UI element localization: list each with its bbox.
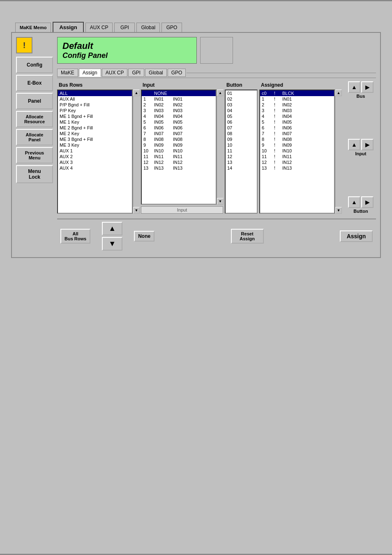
list-item[interactable]: 8 ! IN08 [260, 136, 334, 142]
list-item[interactable]: 11 IN11 IN11 [142, 154, 216, 159]
tab-make-memo[interactable]: MaKE Memo [15, 23, 51, 32]
list-item[interactable]: 09 [226, 136, 257, 142]
list-item[interactable]: 13 IN13 IN13 [142, 165, 216, 171]
tab-assign-top[interactable]: Assign [53, 22, 83, 32]
input-right-button[interactable]: ▶ [361, 139, 374, 150]
assigned-scrollbar[interactable]: ▲ ▼ [335, 90, 341, 214]
list-item[interactable]: 7 ! IN07 [260, 131, 334, 136]
list-item[interactable]: 2 ! IN02 [260, 102, 334, 108]
list-item[interactable]: ME 1 Key [58, 119, 132, 125]
reset-assign-button[interactable]: Reset Assign [231, 229, 264, 244]
list-item[interactable]: AUX All [58, 96, 132, 102]
list-item[interactable]: NONE [142, 90, 216, 96]
list-item[interactable]: 04 [226, 108, 257, 113]
list-item[interactable]: 11 ! IN11 [260, 154, 334, 159]
sub-tab-gpo[interactable]: GPO [168, 69, 186, 77]
list-item[interactable]: AUX 4 [58, 165, 132, 171]
list-item[interactable]: 13 ! IN13 [260, 165, 334, 171]
assign-button[interactable]: Assign [340, 230, 373, 242]
list-item[interactable]: 03 [226, 102, 257, 108]
list-item[interactable]: 05 [226, 113, 257, 119]
allocate-panel-button[interactable]: Allocate Panel [16, 129, 53, 145]
up-arrow-button[interactable]: ▲ [102, 222, 122, 235]
all-bus-rows-button[interactable]: All Bus Rows [60, 229, 90, 244]
input-scrollbar[interactable]: ▲ ▼ [217, 90, 223, 205]
list-item[interactable]: 5 IN05 IN05 [142, 119, 216, 125]
sub-tab-gpi[interactable]: GPI [128, 69, 144, 77]
scroll-down-arrow[interactable]: ▼ [335, 207, 342, 214]
list-item[interactable]: 4 ! IN04 [260, 113, 334, 119]
list-item[interactable]: P/P Key [58, 108, 132, 113]
button-up-button[interactable]: ▲ [348, 196, 360, 208]
bus-up-button[interactable]: ▲ [348, 81, 360, 93]
ebox-button[interactable]: E-Box [16, 75, 53, 91]
tab-global-top[interactable]: Global [136, 23, 160, 32]
list-item[interactable]: ME 2 Key [58, 131, 132, 136]
list-item[interactable]: ME 3 Bgnd + Fill [58, 136, 132, 142]
assigned-list[interactable]: c0 ! BLCK 1 ! IN01 2 ! [259, 90, 335, 214]
sub-tab-global[interactable]: Global [145, 69, 167, 77]
list-item[interactable]: 01 [226, 90, 257, 96]
list-item[interactable]: 14 [226, 165, 257, 171]
button-right-button[interactable]: ▶ [361, 196, 374, 208]
list-item[interactable]: 06 [226, 119, 257, 125]
panel-button[interactable]: Panel [16, 93, 53, 109]
input-up-button[interactable]: ▲ [348, 139, 360, 150]
list-item[interactable]: 5 ! IN05 [260, 119, 334, 125]
list-item[interactable]: 12 [226, 154, 257, 159]
button-list[interactable]: 01 02 03 04 05 06 07 08 09 10 11 12 13 1… [225, 90, 258, 214]
list-item[interactable]: 10 [226, 142, 257, 148]
list-item[interactable]: ME 1 Bgnd + Fill [58, 113, 132, 119]
list-item[interactable]: P/P Bgnd + Fill [58, 102, 132, 108]
list-item[interactable]: ME 3 Key [58, 142, 132, 148]
list-item[interactable]: 10 ! IN10 [260, 148, 334, 154]
list-item[interactable]: 6 ! IN06 [260, 125, 334, 131]
list-item[interactable]: 1 ! IN01 [260, 96, 334, 102]
tab-gpo-top[interactable]: GPO [161, 23, 182, 32]
tab-aux-cp-top[interactable]: AUX CP [85, 23, 113, 32]
list-item[interactable]: 8 IN08 IN08 [142, 136, 216, 142]
list-item[interactable]: c0 ! BLCK [260, 90, 334, 96]
sub-tab-make[interactable]: MaKE [57, 69, 78, 77]
list-item[interactable]: AUX 1 [58, 148, 132, 154]
list-item[interactable]: AUX 3 [58, 159, 132, 165]
list-item[interactable]: ALL [58, 90, 132, 96]
input-list[interactable]: NONE 1 IN01 IN01 2 IN02 IN0 [141, 90, 217, 205]
allocate-resource-button[interactable]: Allocate Resource [16, 111, 53, 127]
list-item[interactable]: AUX 2 [58, 154, 132, 159]
list-item[interactable]: ME 2 Bgnd + Fill [58, 125, 132, 131]
list-item[interactable]: 4 IN04 IN04 [142, 113, 216, 119]
sub-tab-assign[interactable]: Assign [79, 69, 101, 77]
scroll-down-arrow[interactable]: ▼ [133, 207, 140, 214]
list-item[interactable]: 12 IN12 IN12 [142, 159, 216, 165]
previous-menu-button[interactable]: Previous Menu [16, 147, 53, 164]
scroll-up-arrow[interactable]: ▲ [217, 90, 224, 96]
scroll-up-arrow[interactable]: ▲ [335, 90, 342, 96]
list-item[interactable]: 3 IN03 IN03 [142, 108, 216, 113]
list-item[interactable]: 12 ! IN12 [260, 159, 334, 165]
list-item[interactable]: 2 IN02 IN02 [142, 102, 216, 108]
none-button[interactable]: None [134, 231, 154, 242]
menu-lock-button[interactable]: Menu Lock [16, 165, 53, 183]
scroll-down-arrow[interactable]: ▼ [217, 198, 224, 205]
list-item[interactable]: 9 IN09 IN09 [142, 142, 216, 148]
list-item[interactable]: 07 [226, 125, 257, 131]
bus-rows-list[interactable]: ALL AUX All P/P Bgnd + Fill P/P Key ME 1… [57, 90, 133, 214]
down-arrow-button[interactable]: ▼ [102, 237, 122, 251]
tab-gpi-top[interactable]: GPI [114, 23, 135, 32]
list-item[interactable]: 3 ! IN03 [260, 108, 334, 113]
list-item[interactable]: 13 [226, 159, 257, 165]
list-item[interactable]: 1 IN01 IN01 [142, 96, 216, 102]
config-button[interactable]: Config [16, 57, 53, 73]
list-item[interactable]: 9 ! IN09 [260, 142, 334, 148]
bus-right-button[interactable]: ▶ [361, 81, 374, 93]
list-item[interactable]: 11 [226, 148, 257, 154]
list-item[interactable]: 02 [226, 96, 257, 102]
scroll-up-arrow[interactable]: ▲ [133, 90, 140, 96]
list-item[interactable]: 6 IN06 IN06 [142, 125, 216, 131]
list-item[interactable]: 08 [226, 131, 257, 136]
bus-rows-scrollbar[interactable]: ▲ ▼ [133, 90, 139, 214]
list-item[interactable]: 10 IN10 IN10 [142, 148, 216, 154]
list-item[interactable]: 7 IN07 IN07 [142, 131, 216, 136]
sub-tab-aux-cp[interactable]: AUX CP [102, 69, 128, 77]
